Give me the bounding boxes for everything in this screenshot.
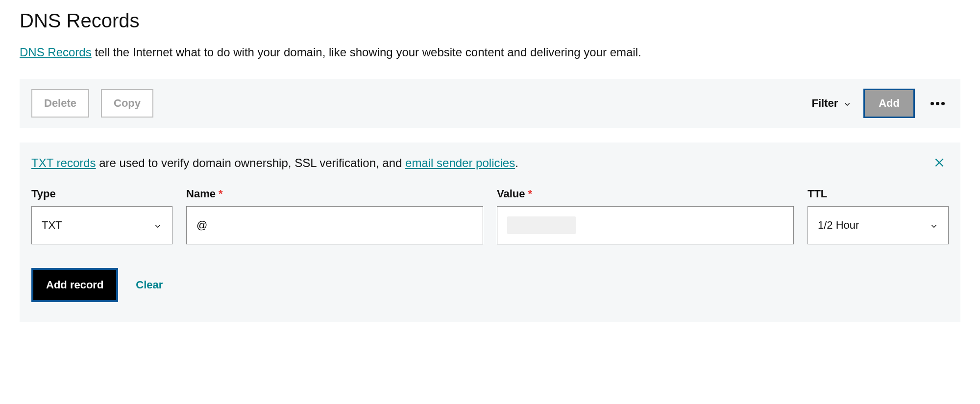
ttl-label: TTL <box>808 188 949 200</box>
required-marker: * <box>219 188 223 200</box>
chevron-down-icon <box>153 221 162 230</box>
name-field: Name* <box>186 188 483 244</box>
add-button[interactable]: Add <box>863 89 915 118</box>
copy-button[interactable]: Copy <box>101 89 153 118</box>
dns-records-link[interactable]: DNS Records <box>20 46 92 59</box>
description-text: tell the Internet what to do with your d… <box>92 46 641 59</box>
required-marker: * <box>528 188 532 200</box>
name-label: Name* <box>186 188 483 200</box>
info-line: TXT records are used to verify domain ow… <box>31 156 949 170</box>
name-input[interactable] <box>196 207 473 244</box>
value-input-wrapper[interactable] <box>497 206 794 244</box>
delete-button[interactable]: Delete <box>31 89 89 118</box>
type-field: Type TXT <box>31 188 172 244</box>
filter-label: Filter <box>811 97 838 110</box>
value-label: Value* <box>497 188 794 200</box>
page-description: DNS Records tell the Internet what to do… <box>20 46 960 59</box>
clear-button[interactable]: Clear <box>136 279 163 291</box>
chevron-down-icon <box>843 99 852 108</box>
email-policies-link[interactable]: email sender policies <box>405 156 515 169</box>
ttl-field: TTL 1/2 Hour <box>808 188 949 244</box>
txt-records-link[interactable]: TXT records <box>31 156 96 169</box>
chevron-down-icon <box>930 221 938 230</box>
value-field: Value* <box>497 188 794 244</box>
value-redacted <box>507 216 576 234</box>
add-record-panel: TXT records are used to verify domain ow… <box>20 143 960 322</box>
more-icon[interactable] <box>927 98 949 109</box>
type-value: TXT <box>42 219 62 232</box>
type-label: Type <box>31 188 172 200</box>
toolbar: Delete Copy Filter Add <box>20 79 960 128</box>
ttl-select[interactable]: 1/2 Hour <box>808 206 949 244</box>
info-mid-text: are used to verify domain ownership, SSL… <box>96 156 405 169</box>
close-icon[interactable] <box>933 156 946 169</box>
ttl-value: 1/2 Hour <box>818 219 859 232</box>
info-end: . <box>515 156 518 169</box>
form-actions: Add record Clear <box>31 268 949 302</box>
add-record-button[interactable]: Add record <box>31 268 118 302</box>
type-select[interactable]: TXT <box>31 206 172 244</box>
form-row: Type TXT Name* Value* <box>31 188 949 244</box>
page-title: DNS Records <box>20 10 960 32</box>
filter-dropdown[interactable]: Filter <box>811 97 852 110</box>
